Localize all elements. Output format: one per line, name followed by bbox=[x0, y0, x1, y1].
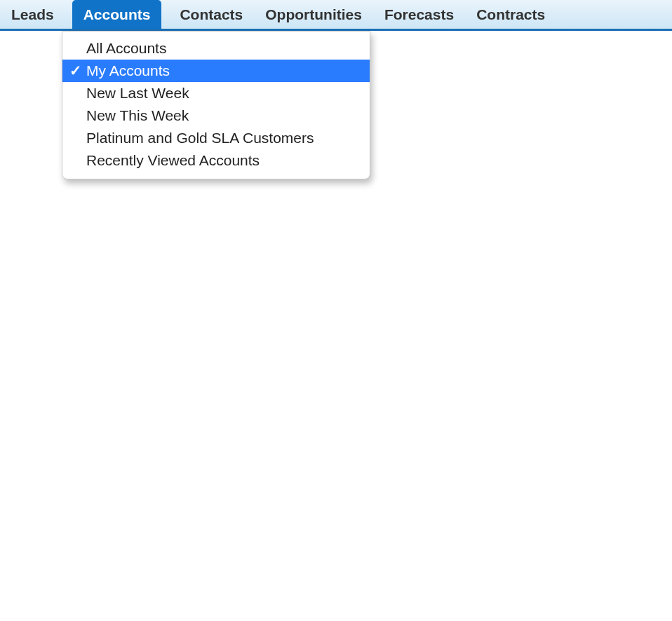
view-dropdown: ✓All Accounts ✓My Accounts ✓New Last Wee… bbox=[62, 31, 370, 36]
tab-leads[interactable]: Leads bbox=[7, 0, 58, 29]
tab-forecasts[interactable]: Forecasts bbox=[380, 0, 458, 29]
tab-contacts[interactable]: Contacts bbox=[175, 0, 247, 29]
tab-contracts[interactable]: Contracts bbox=[472, 0, 549, 29]
tab-bar: Leads Accounts Contacts Opportunities Fo… bbox=[0, 0, 672, 31]
tab-accounts[interactable]: Accounts bbox=[72, 0, 162, 29]
tab-opportunities[interactable]: Opportunities bbox=[261, 0, 366, 29]
